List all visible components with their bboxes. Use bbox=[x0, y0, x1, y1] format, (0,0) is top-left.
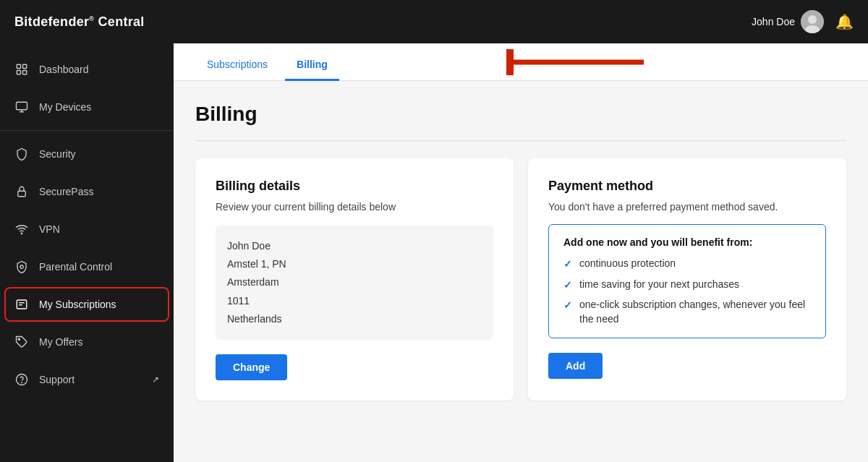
shield-icon bbox=[14, 147, 29, 161]
check-icon-3: ✓ bbox=[563, 299, 572, 313]
svg-point-16 bbox=[18, 338, 20, 340]
sidebar-item-label: Security bbox=[39, 148, 76, 160]
vpn-icon bbox=[14, 222, 29, 236]
add-payment-button[interactable]: Add bbox=[548, 353, 603, 379]
svg-rect-10 bbox=[18, 191, 26, 197]
benefit-item-3: ✓ one-click subscription changes, whenev… bbox=[563, 298, 811, 326]
avatar[interactable] bbox=[801, 10, 824, 33]
sidebar: Dashboard My Devices Security SecurePass bbox=[0, 43, 174, 462]
brand-name: Bitdefender bbox=[14, 14, 89, 29]
svg-point-11 bbox=[21, 233, 22, 234]
tab-subscriptions[interactable]: Subscriptions bbox=[195, 50, 279, 81]
divider bbox=[195, 140, 846, 141]
brand-logo: Bitdefender® Central bbox=[14, 14, 145, 30]
notifications-bell-icon[interactable]: 🔔 bbox=[835, 13, 854, 30]
svg-rect-7 bbox=[17, 102, 27, 110]
change-billing-button[interactable]: Change bbox=[216, 354, 287, 380]
address-line-5: Netherlands bbox=[227, 310, 482, 328]
address-line-4: 1011 bbox=[227, 292, 482, 310]
sidebar-item-securepass[interactable]: SecurePass bbox=[0, 173, 174, 210]
payment-card-title: Payment method bbox=[548, 179, 826, 194]
sidebar-item-my-subscriptions[interactable]: My Subscriptions bbox=[0, 286, 174, 323]
content-area: Subscriptions Billing Billing bbox=[174, 43, 868, 462]
sidebar-divider bbox=[0, 130, 174, 131]
sidebar-item-support[interactable]: Support ↗ bbox=[0, 361, 174, 398]
red-arrow-icon bbox=[506, 49, 651, 75]
check-icon-1: ✓ bbox=[563, 257, 572, 272]
address-line-1: John Doe bbox=[227, 237, 482, 255]
subscriptions-icon bbox=[14, 297, 29, 312]
sidebar-item-dashboard[interactable]: Dashboard bbox=[0, 51, 174, 88]
benefit-item-2: ✓ time saving for your next purchases bbox=[563, 278, 811, 293]
sidebar-item-my-offers[interactable]: My Offers bbox=[0, 323, 174, 361]
billing-address-box: John Doe Amstel 1, PN Amsterdam 1011 Net… bbox=[216, 226, 493, 340]
check-icon-2: ✓ bbox=[563, 278, 572, 293]
sidebar-item-label: Dashboard bbox=[39, 64, 89, 75]
external-link-icon: ↗ bbox=[152, 375, 159, 385]
brand-subtitle: Central bbox=[94, 14, 144, 29]
benefit-item-1: ✓ continuous protection bbox=[563, 257, 811, 272]
page-title: Billing bbox=[195, 103, 846, 126]
monitor-icon bbox=[14, 100, 29, 114]
benefit-title: Add one now and you will benefit from: bbox=[563, 236, 811, 248]
svg-point-12 bbox=[20, 265, 24, 269]
billing-card-title: Billing details bbox=[216, 179, 493, 194]
benefit-text-1: continuous protection bbox=[579, 257, 676, 271]
address-line-3: Amsterdam bbox=[227, 273, 482, 291]
sidebar-item-security[interactable]: Security bbox=[0, 135, 174, 173]
parental-shield-icon bbox=[14, 260, 29, 274]
sidebar-item-label: SecurePass bbox=[39, 186, 93, 197]
svg-point-17 bbox=[17, 375, 27, 385]
payment-method-card: Payment method You don't have a preferre… bbox=[528, 158, 846, 401]
sidebar-item-vpn[interactable]: VPN bbox=[0, 210, 174, 248]
svg-rect-4 bbox=[23, 64, 27, 68]
sidebar-item-my-devices[interactable]: My Devices bbox=[0, 88, 174, 126]
sidebar-item-label: VPN bbox=[39, 223, 60, 235]
user-name: John Doe bbox=[752, 16, 795, 27]
svg-rect-5 bbox=[17, 71, 20, 74]
sidebar-item-label: Support bbox=[39, 374, 75, 385]
address-line-2: Amstel 1, PN bbox=[227, 255, 482, 273]
svg-rect-3 bbox=[17, 64, 20, 68]
user-info: John Doe bbox=[752, 10, 824, 33]
sidebar-item-label: My Offers bbox=[39, 336, 82, 348]
benefit-text-2: time saving for your next purchases bbox=[579, 278, 739, 292]
page-content: Billing Billing details Review your curr… bbox=[174, 81, 868, 462]
help-icon bbox=[14, 372, 29, 387]
billing-card-subtitle: Review your current billing details belo… bbox=[216, 201, 493, 213]
sidebar-item-label: My Subscriptions bbox=[39, 299, 116, 310]
benefit-box: Add one now and you will benefit from: ✓… bbox=[548, 224, 826, 338]
top-header: Bitdefender® Central John Doe 🔔 bbox=[0, 0, 868, 43]
svg-point-1 bbox=[808, 15, 817, 24]
no-payment-method-text: You don't have a preferred payment metho… bbox=[548, 201, 826, 213]
svg-rect-13 bbox=[17, 300, 27, 309]
main-layout: Dashboard My Devices Security SecurePass bbox=[0, 43, 868, 462]
cards-row: Billing details Review your current bill… bbox=[195, 158, 846, 401]
svg-point-18 bbox=[22, 382, 22, 382]
offers-icon bbox=[14, 335, 29, 349]
header-right: John Doe 🔔 bbox=[752, 10, 854, 33]
tab-bar: Subscriptions Billing bbox=[174, 43, 868, 81]
lock-icon bbox=[14, 184, 29, 199]
arrow-annotation bbox=[506, 49, 651, 75]
grid-icon bbox=[14, 62, 29, 77]
billing-details-card: Billing details Review your current bill… bbox=[195, 158, 514, 401]
tab-billing[interactable]: Billing bbox=[285, 50, 339, 81]
benefit-text-3: one-click subscription changes, whenever… bbox=[579, 298, 811, 326]
svg-rect-6 bbox=[23, 71, 27, 74]
sidebar-item-label: Parental Control bbox=[39, 261, 112, 273]
sidebar-item-label: My Devices bbox=[39, 101, 91, 113]
sidebar-item-parental-control[interactable]: Parental Control bbox=[0, 248, 174, 286]
